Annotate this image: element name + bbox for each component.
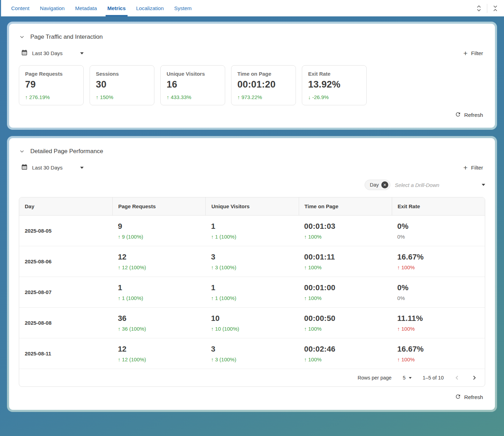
unfold-more-button[interactable] [474,3,483,14]
tab-bar-tabs: ContentNavigationMetadataMetricsLocaliza… [6,0,197,16]
cell-change: ↑ 100% [397,264,479,270]
metric-cell: 00:01:11↑ 100% [299,246,392,277]
cell-value: 1 [211,222,293,231]
tab-system[interactable]: System [169,0,197,16]
divider [487,4,487,13]
unfold-less-icon [491,9,499,14]
window-controls [474,3,500,14]
traffic-panel-frame: Page Traffic and Interaction Last 30 Day… [7,22,497,130]
stat-label: Page Requests [25,71,77,77]
cell-value: 10 [211,314,293,323]
rows-per-page-select[interactable]: 5 [400,375,413,381]
drilldown-placeholder: Select a Drill-Down [395,182,440,188]
cell-value: 00:01:11 [304,253,386,262]
plus-icon: + [463,164,467,171]
day-cell: 2025-08-11 [19,338,112,369]
cell-value: 0% [397,222,479,231]
stat-label: Time on Page [237,71,290,77]
performance-section-header: Detailed Page Performance [19,148,485,155]
tab-localization[interactable]: Localization [131,0,169,16]
stat-value: 16 [167,79,219,90]
cell-change: ↑ 3 (100%) [211,264,293,270]
cell-change: ↑ 12 (100%) [118,356,200,362]
cell-value: 3 [211,345,293,354]
traffic-panel-title: Page Traffic and Interaction [30,33,103,40]
caret-down-icon [80,52,84,54]
day-cell: 2025-08-06 [19,246,112,277]
performance-refresh-button[interactable]: Refresh [453,393,485,401]
traffic-filter-button[interactable]: + Filter [461,49,485,57]
performance-table: DayPage RequestsUnique VisitorsTime on P… [19,197,485,387]
metric-cell: 16.67%↑ 100% [392,246,485,277]
stat-value: 00:01:20 [237,79,290,90]
traffic-panel: Page Traffic and Interaction Last 30 Day… [9,24,495,128]
metric-cell: 00:02:46↑ 100% [299,338,392,369]
stat-change: ↑ 276.19% [25,94,77,100]
cell-change: ↑ 1 (100%) [211,295,293,301]
close-circle-icon[interactable]: ✕ [381,181,388,188]
calendar-icon [21,164,28,172]
plus-icon: + [463,50,467,57]
cell-value: 00:01:03 [304,222,386,231]
performance-filter-button[interactable]: + Filter [461,164,485,172]
cell-value: 00:00:50 [304,314,386,323]
metric-cell: 36↑ 36 (100%) [112,308,205,338]
chevron-right-icon [471,377,478,382]
tab-content[interactable]: Content [6,0,35,16]
performance-date-range-picker[interactable]: Last 30 Days [19,163,86,172]
page-background: Page Traffic and Interaction Last 30 Day… [0,16,504,417]
unfold-less-button[interactable] [491,3,500,14]
caret-down-icon [80,167,84,169]
column-header-page-requests: Page Requests [112,197,205,215]
drilldown-chip-day[interactable]: Day ✕ [365,180,390,190]
cell-value: 1 [118,283,200,292]
cell-value: 16.67% [397,253,479,262]
tab-metadata[interactable]: Metadata [70,0,102,16]
table-row: 2025-08-059↑ 9 (100%)1↑ 1 (100%)00:01:03… [19,216,485,246]
performance-panel-title: Detailed Page Performance [30,148,103,155]
stat-card: Page Requests79↑ 276.19% [19,65,84,105]
next-page-button[interactable] [470,374,479,382]
tab-metrics[interactable]: Metrics [102,0,131,16]
chevron-down-icon [19,36,25,41]
cell-change: ↑ 12 (100%) [118,264,200,270]
stat-card: Time on Page00:01:20↑ 973.22% [231,65,296,105]
cell-value: 3 [211,253,293,262]
collapse-performance-button[interactable] [19,148,25,155]
cell-value: 9 [118,222,200,231]
day-cell: 2025-08-08 [19,308,112,338]
cell-change: ↑ 100% [397,326,479,332]
traffic-refresh-row: Refresh [19,111,485,119]
cell-change: ↑ 1 (100%) [211,234,293,240]
caret-down-icon [482,184,485,186]
calendar-icon [21,49,28,57]
metric-cell: 00:00:50↑ 100% [299,308,392,338]
previous-page-button[interactable] [453,374,461,382]
metric-cell: 12↑ 12 (100%) [112,338,205,369]
table-body: 2025-08-059↑ 9 (100%)1↑ 1 (100%)00:01:03… [19,216,485,369]
traffic-date-range-picker[interactable]: Last 30 Days [19,49,86,58]
stats-row: Page Requests79↑ 276.19%Sessions30↑ 150%… [19,65,485,105]
pagination-range: 1–5 of 10 [423,375,444,381]
traffic-refresh-button[interactable]: Refresh [453,111,485,119]
stat-change: ↑ 150% [96,94,148,100]
cell-value: 12 [118,253,200,262]
chevron-down-icon [19,150,25,156]
drilldown-select[interactable]: Day ✕ Select a Drill-Down [365,180,485,190]
tab-navigation[interactable]: Navigation [35,0,70,16]
column-header-time-on-page: Time on Page [299,197,392,215]
performance-filter-label: Filter [471,165,483,171]
day-cell: 2025-08-07 [19,277,112,307]
collapse-traffic-button[interactable] [19,34,25,40]
refresh-icon [455,111,461,119]
stat-change: ↓ -26.9% [308,94,360,100]
cell-value: 1 [211,283,293,292]
metric-cell: 12↑ 12 (100%) [112,246,205,277]
performance-panel: Detailed Page Performance Last 30 Days +… [9,138,495,410]
column-header-day: Day [19,197,112,215]
column-header-unique-visitors: Unique Visitors [205,197,298,215]
stat-card: Exit Rate13.92%↓ -26.9% [302,65,367,105]
cell-value: 00:02:46 [304,345,386,354]
traffic-date-range-label: Last 30 Days [32,50,63,56]
stat-value: 13.92% [308,79,360,90]
